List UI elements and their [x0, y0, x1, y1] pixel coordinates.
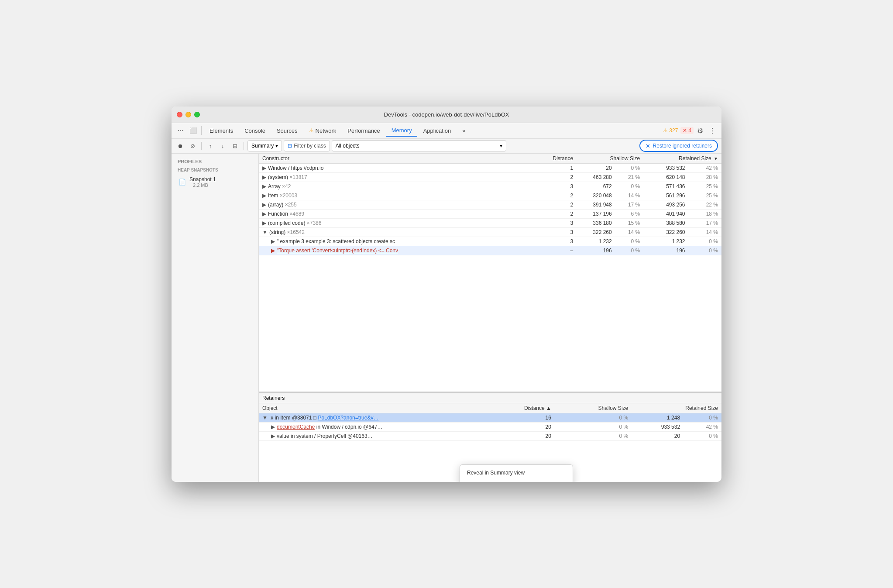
context-menu-store-global[interactable]: Store as global variable — [460, 479, 573, 482]
clear-icon[interactable]: ⊞ — [230, 141, 240, 151]
header-shallow-size: Shallow Size — [555, 403, 632, 413]
sidebar: Profiles HEAP SNAPSHOTS 📄 Snapshot 1 2.2… — [172, 154, 259, 482]
window-title: DevTools - codepen.io/web-dot-dev/live/P… — [384, 111, 509, 118]
warning-badge: ⚠ 327 — [663, 127, 678, 134]
table-row[interactable]: ▶Item ×20003 2 320 048 14 % 561 296 25 % — [259, 191, 721, 200]
table-row[interactable]: ▶(array) ×255 2 391 948 17 % 493 256 22 … — [259, 200, 721, 209]
snapshot-name: Snapshot 1 — [189, 176, 216, 182]
devtools-tab-bar: ⋯ ⬜ Elements Console Sources Network Per… — [172, 123, 721, 139]
retainers-table: Object Distance ▲ Shallow Size Retained … — [259, 403, 721, 441]
context-menu-label: Reveal in Summary view — [467, 470, 525, 476]
restore-x-icon: ✕ — [646, 143, 650, 149]
tab-badges: ⚠ 327 ✕ 4 — [663, 127, 694, 134]
table-row[interactable]: ▶" example 3 example 3: scattered object… — [259, 237, 721, 246]
retainer-row[interactable]: ▶value in system / PropertyCell @40163… … — [259, 431, 721, 440]
table-row[interactable]: ▶Window / https://cdpn.io 1 20 0 % 933 5… — [259, 163, 721, 172]
tab-application[interactable]: Application — [418, 124, 457, 137]
devtools-window: DevTools - codepen.io/web-dot-dev/live/P… — [172, 107, 721, 482]
error-badge: ✕ 4 — [680, 127, 694, 134]
header-distance-asc: Distance ▲ — [515, 403, 555, 413]
retainers-header-row: Object Distance ▲ Shallow Size Retained … — [259, 403, 721, 413]
sidebar-snapshot-item[interactable]: 📄 Snapshot 1 2.2 MB — [175, 174, 255, 190]
tab-elements[interactable]: Elements — [204, 124, 238, 137]
tab-more[interactable]: » — [457, 124, 471, 137]
restore-button[interactable]: ✕ Restore ignored retainers — [639, 140, 718, 152]
summary-dropdown[interactable]: Summary ▾ — [247, 140, 282, 151]
table-row[interactable]: ▶(compiled code) ×7386 3 336 180 15 % 38… — [259, 218, 721, 227]
objects-label: All objects — [336, 143, 360, 149]
snapshot-icon: 📄 — [179, 179, 186, 186]
snapshot-size: 2.2 MB — [189, 182, 216, 188]
main-content: Profiles HEAP SNAPSHOTS 📄 Snapshot 1 2.2… — [172, 154, 721, 482]
objects-arrow-icon: ▾ — [500, 143, 502, 149]
header-retained: Retained Size ▼ — [643, 154, 721, 164]
top-table[interactable]: Constructor Distance Shallow Size Retain… — [259, 154, 721, 393]
header-constructor: Constructor — [259, 154, 537, 164]
sidebar-profiles-title: Profiles — [175, 159, 255, 164]
table-row[interactable]: ▶Function ×4689 2 137 196 6 % 401 940 18… — [259, 209, 721, 218]
secondary-toolbar: ⏺ ⊘ ↑ ↓ ⊞ Summary ▾ ⊟ Filter by class Al… — [172, 139, 721, 154]
title-bar: DevTools - codepen.io/web-dot-dev/live/P… — [172, 107, 721, 123]
warning-icon: ⚠ — [663, 127, 668, 134]
stop-icon[interactable]: ⊘ — [187, 141, 198, 151]
filter-icon: ⊟ — [288, 143, 292, 149]
tab-network[interactable]: Network — [304, 124, 342, 137]
retainer-link[interactable]: PoLdbOX?anon=true&v… — [318, 415, 378, 421]
retainers-header: Retainers — [259, 393, 721, 403]
tab-divider — [201, 126, 202, 135]
table-area: Constructor Distance Shallow Size Retain… — [259, 154, 721, 482]
header-distance: Distance — [537, 154, 577, 164]
filter-label: Filter by class — [294, 143, 326, 149]
table-row[interactable]: ▶"Torque assert 'Convert<uintptr>(endInd… — [259, 246, 721, 255]
settings-icon[interactable]: ⚙ — [694, 125, 706, 136]
upload-icon[interactable]: ↑ — [205, 141, 216, 151]
tab-console[interactable]: Console — [239, 124, 271, 137]
traffic-lights — [177, 112, 200, 117]
table-header-row: Constructor Distance Shallow Size Retain… — [259, 154, 721, 164]
table-row[interactable]: ▶Array ×42 3 672 0 % 571 436 25 % — [259, 182, 721, 191]
dropdown-arrow-icon: ▾ — [275, 143, 278, 149]
header-object: Object — [259, 403, 515, 413]
header-shallow: Shallow Size — [577, 154, 643, 164]
more-menu-icon[interactable]: ⋮ — [707, 125, 718, 136]
maximize-button[interactable] — [194, 112, 200, 117]
retainer-red-link[interactable]: documentCache — [277, 424, 315, 430]
retainers-label: Retainers — [262, 395, 285, 401]
constructor-table: Constructor Distance Shallow Size Retain… — [259, 154, 721, 255]
summary-label: Summary — [251, 143, 274, 149]
tab-memory[interactable]: Memory — [386, 124, 417, 137]
bottom-table[interactable]: Object Distance ▲ Shallow Size Retained … — [259, 403, 721, 482]
toolbar-divider-1 — [201, 142, 202, 150]
tab-performance[interactable]: Performance — [342, 124, 385, 137]
restore-label: Restore ignored retainers — [653, 143, 712, 149]
minimize-button[interactable] — [185, 112, 191, 117]
filter-button[interactable]: ⊟ Filter by class — [284, 140, 330, 151]
error-icon: ✕ — [683, 127, 687, 134]
objects-dropdown[interactable]: All objects ▾ — [332, 140, 506, 151]
device-icon[interactable]: ⬜ — [187, 125, 199, 136]
retainer-row-selected[interactable]: ▼ x in Item @38071 □ PoLdbOX?anon=true&v… — [259, 413, 721, 422]
retainer-row[interactable]: ▶documentCache in Window / cdpn.io @647…… — [259, 422, 721, 431]
record-icon[interactable]: ⏺ — [175, 141, 185, 151]
context-menu: Reveal in Summary view Store as global v… — [460, 464, 573, 482]
table-row[interactable]: ▼(string) ×16542 3 322 260 14 % 322 260 … — [259, 227, 721, 237]
context-menu-reveal-summary[interactable]: Reveal in Summary view — [460, 467, 573, 479]
toolbar-divider-2 — [244, 142, 244, 150]
inspect-icon[interactable]: ⋯ — [175, 125, 186, 136]
header-retained-size: Retained Size — [632, 403, 721, 413]
download-icon[interactable]: ↓ — [217, 141, 228, 151]
table-row[interactable]: ▶(system) ×13817 2 463 280 21 % 620 148 … — [259, 172, 721, 182]
sidebar-section-title: HEAP SNAPSHOTS — [175, 168, 255, 172]
close-button[interactable] — [177, 112, 182, 117]
red-string-link[interactable]: "Torque assert 'Convert<uintptr>(endInde… — [277, 248, 398, 254]
tab-sources[interactable]: Sources — [271, 124, 303, 137]
